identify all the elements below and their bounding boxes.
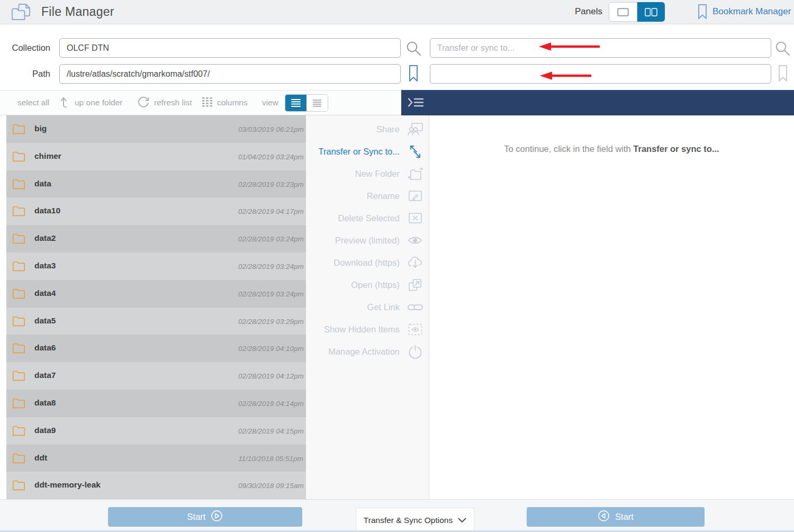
file-row-data7[interactable]: data7 02/28/2019 04:12pm — [6, 362, 306, 390]
folder-icon — [12, 151, 25, 164]
menu-item-label: Download (https) — [333, 258, 400, 268]
destination-bookmark-icon[interactable] — [777, 65, 789, 85]
folder-icon — [12, 480, 25, 493]
menu-item-get-link[interactable]: Get Link — [306, 296, 429, 318]
destination-search-icon[interactable] — [774, 40, 790, 58]
menu-item-download-https[interactable]: Download (https) — [306, 251, 429, 274]
menu-item-show-hidden-items[interactable]: Show Hidden Items — [306, 318, 429, 340]
menu-item-new-folder[interactable]: New Folder — [306, 163, 429, 185]
list-toolbar: select all up one folder — [0, 90, 401, 115]
tile-view-icon — [313, 100, 321, 107]
file-name: data8 — [34, 398, 56, 408]
file-name: ddt-memory-leak — [34, 480, 101, 490]
menu-item-share[interactable]: Share — [306, 118, 429, 140]
transfer-sync-options-button[interactable]: Transfer & Sync Options — [356, 508, 474, 532]
menu-item-label: Manage Activation — [328, 347, 400, 357]
file-modified-date: 01/04/2019 03:24pm — [238, 153, 306, 161]
menu-item-rename[interactable]: Rename — [306, 185, 429, 207]
file-row-data2[interactable]: data2 02/28/2019 03:24pm — [6, 225, 306, 253]
file-name: data — [34, 179, 51, 188]
collection-search-icon[interactable] — [405, 40, 421, 58]
file-row-ddt[interactable]: ddt 11/10/2018 05:51pm — [6, 445, 306, 472]
folder-icon — [12, 260, 25, 274]
file-row-data9[interactable]: data9 02/28/2019 04:15pm — [6, 417, 306, 445]
file-manager-app: File Manager Panels Bookma — [0, 0, 794, 532]
footer-bar: Start Transfer & Sync Options — [0, 499, 794, 532]
file-name: data9 — [34, 426, 56, 435]
path-bookmark-icon[interactable] — [408, 65, 419, 85]
menu-item-label: Preview (limited) — [335, 236, 400, 246]
menu-item-preview-limited[interactable]: Preview (limited) — [306, 229, 429, 251]
path-input[interactable] — [59, 64, 401, 84]
file-modified-date: 03/03/2019 06:21pm — [238, 125, 306, 133]
file-row-ddt-memory-leak[interactable]: ddt-memory-leak 09/30/2018 09:15am — [6, 472, 306, 499]
folder-icon — [12, 123, 25, 137]
open-icon — [407, 278, 423, 292]
file-row-data8[interactable]: data8 02/28/2019 04:14pm — [6, 390, 306, 417]
view-label: view — [262, 91, 278, 115]
transfer-sync-options-label: Transfer & Sync Options — [364, 516, 453, 525]
file-row-chimer[interactable]: chimer 01/04/2019 03:24pm — [6, 143, 306, 170]
folder-icon — [12, 342, 25, 356]
up-one-folder-button[interactable]: up one folder — [60, 91, 123, 115]
up-one-folder-icon — [60, 96, 70, 110]
page-title: File Manager — [41, 5, 114, 19]
start-transfer-right-button[interactable]: Start — [527, 507, 705, 527]
file-modified-date: 02/28/2019 03:29pm — [238, 318, 306, 326]
menu-item-delete-selected[interactable]: Delete Selected — [306, 207, 429, 229]
refresh-list-button[interactable]: refresh list — [137, 91, 192, 115]
file-row-data6[interactable]: data6 02/28/2019 04:10pm — [6, 335, 306, 362]
folder-icon — [12, 425, 25, 438]
file-row-data4[interactable]: data4 02/28/2019 03:24pm — [6, 280, 306, 308]
file-manager-icon — [11, 3, 33, 24]
view-toggle — [285, 94, 328, 112]
folder-icon — [12, 398, 25, 411]
menu-item-label: Delete Selected — [338, 213, 400, 223]
file-modified-date: 02/28/2019 04:12pm — [238, 372, 306, 380]
action-menu: Share Transfer or Sync to... New Folder … — [306, 115, 429, 499]
file-modified-date: 11/10/2018 05:51pm — [238, 455, 306, 463]
transfer-destination-input[interactable] — [430, 38, 771, 58]
menu-item-open-https[interactable]: Open (https) — [306, 274, 429, 296]
file-modified-date: 02/28/2019 04:10pm — [238, 345, 306, 353]
file-list: big 03/03/2019 06:21pm chimer 01/04/2019… — [0, 115, 306, 499]
select-all-label: select all — [17, 98, 49, 107]
menu-item-label: Get Link — [367, 302, 400, 312]
file-name: data3 — [34, 261, 56, 270]
menu-item-transfer-or-sync-to[interactable]: Transfer or Sync to... — [306, 140, 429, 163]
destination-path-input[interactable] — [430, 64, 771, 84]
folder-icon — [12, 453, 25, 466]
file-row-data10[interactable]: data10 02/28/2019 04:17pm — [6, 197, 306, 225]
start-left-label: Start — [187, 512, 206, 522]
single-panel-button[interactable] — [609, 2, 637, 22]
menu-item-label: Open (https) — [351, 280, 400, 290]
up-one-folder-label: up one folder — [75, 98, 123, 107]
columns-label: columns — [217, 98, 248, 107]
refresh-icon — [137, 95, 150, 110]
menu-item-label: Transfer or Sync to... — [319, 147, 400, 157]
select-all-button[interactable]: select all — [17, 91, 49, 115]
collection-input[interactable] — [59, 38, 401, 58]
app-header: File Manager Panels Bookma — [0, 0, 794, 24]
list-view-button[interactable] — [285, 95, 306, 111]
panel-menu-toggle-icon[interactable] — [408, 97, 425, 110]
file-row-data[interactable]: data 02/28/2019 03:23pm — [6, 170, 306, 198]
menu-item-label: Show Hidden Items — [324, 324, 400, 335]
get-link-icon — [407, 303, 423, 312]
dual-panel-icon — [645, 8, 657, 16]
transfer-sync-icon — [407, 145, 423, 159]
menu-item-label: New Folder — [355, 169, 400, 179]
file-row-big[interactable]: big 03/03/2019 06:21pm — [6, 115, 306, 143]
file-row-data3[interactable]: data3 02/28/2019 03:24pm — [6, 253, 306, 280]
columns-button[interactable]: columns — [202, 91, 248, 115]
menu-item-manage-activation[interactable]: Manage Activation — [306, 340, 429, 363]
panels-label: Panels — [575, 6, 602, 17]
continue-hint-highlight: Transfer or sync to... — [633, 144, 719, 154]
dual-panel-button[interactable] — [637, 2, 665, 22]
bookmark-manager-link[interactable]: Bookmark Manager — [712, 6, 791, 17]
start-transfer-left-button[interactable]: Start — [108, 507, 302, 527]
refresh-list-label: refresh list — [154, 98, 192, 107]
file-name: data4 — [34, 288, 56, 298]
file-row-data5[interactable]: data5 02/28/2019 03:29pm — [6, 308, 306, 335]
tile-view-button[interactable] — [306, 95, 328, 111]
